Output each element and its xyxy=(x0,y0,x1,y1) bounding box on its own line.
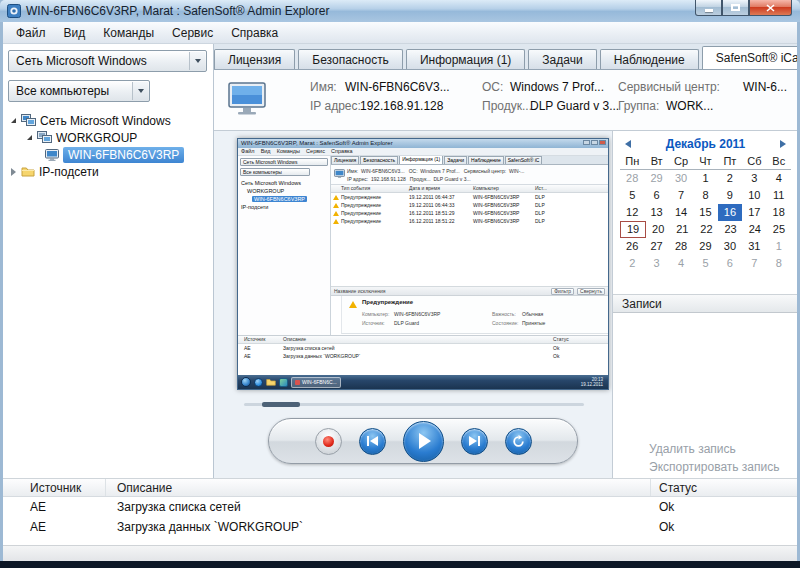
maximize-button[interactable] xyxy=(722,0,749,16)
tab-tasks[interactable]: Задачи xyxy=(528,49,596,69)
network-filter-dropdown-button[interactable] xyxy=(189,52,205,70)
preview-minimize-icon xyxy=(583,140,590,145)
preview-maximize-icon xyxy=(591,140,598,145)
log-row[interactable]: AE Загрузка данных `WORKGROUP` Ok xyxy=(3,517,797,537)
calendar-day[interactable]: 22 xyxy=(694,221,718,238)
menu-service[interactable]: Сервис xyxy=(163,23,222,43)
calendar-day[interactable]: 20 xyxy=(646,221,670,238)
calendar-day-selected[interactable]: 16 xyxy=(718,204,742,221)
calendar-day[interactable]: 8 xyxy=(693,187,717,204)
calendar-next-button[interactable] xyxy=(780,140,786,148)
start-orb-icon xyxy=(241,377,251,387)
record-button[interactable] xyxy=(315,428,342,455)
playback-slider[interactable] xyxy=(244,402,584,407)
network-filter-dropdown[interactable]: Сеть Microsoft Windows xyxy=(8,50,207,72)
calendar-day[interactable]: 25 xyxy=(767,221,791,238)
log-row[interactable]: AE Загрузка списка сетей Ok xyxy=(3,497,797,517)
calendar-day[interactable]: 4 xyxy=(767,170,791,187)
calendar-day[interactable]: 31 xyxy=(742,238,766,255)
calendar-day[interactable]: 29 xyxy=(693,238,717,255)
calendar-day[interactable]: 13 xyxy=(644,204,668,221)
preview-tab: SafenSoft® iC xyxy=(505,156,543,164)
expander-open-icon[interactable] xyxy=(27,135,32,140)
records-list[interactable] xyxy=(613,313,797,441)
log-table-header: Источник Описание Статус xyxy=(3,478,797,497)
skip-forward-button[interactable] xyxy=(461,428,488,455)
calendar-day[interactable]: 30 xyxy=(669,170,693,187)
replay-button[interactable] xyxy=(505,428,532,455)
calendar-day[interactable]: 18 xyxy=(767,204,791,221)
preview-tab: Безопасность xyxy=(360,156,398,164)
calendar-day[interactable]: 28 xyxy=(620,170,644,187)
calendar-day[interactable]: 2 xyxy=(718,170,742,187)
calendar-day[interactable]: 2 xyxy=(620,255,644,272)
preview-taskbar: WIN-6FBN6C... 20:13 19.12.2011 xyxy=(238,375,608,389)
tab-security[interactable]: Безопасность xyxy=(298,49,403,69)
preview-tree-workgroup: WORKGROUP xyxy=(238,187,330,195)
slider-progress[interactable] xyxy=(262,402,300,407)
menu-commands[interactable]: Команды xyxy=(94,23,163,43)
log-column-description[interactable]: Описание xyxy=(106,479,651,496)
calendar-day[interactable]: 23 xyxy=(719,221,743,238)
calendar-day[interactable]: 24 xyxy=(743,221,767,238)
tab-safensoft-icam[interactable]: SafenSoft® iCa xyxy=(702,46,797,70)
tree-item-label-selected: WIN-6FBN6C6V3RP xyxy=(63,147,184,163)
calendar-day[interactable]: 3 xyxy=(644,255,668,272)
tree-item-workgroup[interactable]: WORKGROUP xyxy=(3,129,213,146)
calendar-day[interactable]: 30 xyxy=(718,238,742,255)
calendar-day[interactable]: 15 xyxy=(693,204,717,221)
calendar-day[interactable]: 8 xyxy=(767,255,791,272)
calendar-day-today[interactable]: 19 xyxy=(620,221,646,238)
calendar-day[interactable]: 5 xyxy=(693,255,717,272)
delete-record-link[interactable]: Удалить запись xyxy=(649,442,780,456)
calendar-day[interactable]: 12 xyxy=(620,204,644,221)
menu-view[interactable]: Вид xyxy=(55,23,95,43)
calendar-day[interactable]: 7 xyxy=(669,187,693,204)
expander-closed-icon[interactable] xyxy=(11,168,16,176)
calendar-day[interactable]: 3 xyxy=(742,170,766,187)
calendar-day[interactable]: 21 xyxy=(670,221,694,238)
calendar-day[interactable]: 14 xyxy=(669,204,693,221)
export-record-link[interactable]: Экспортировать запись xyxy=(649,460,780,474)
preview-clock: 20:13 19.12.2011 xyxy=(581,377,605,388)
player-bar xyxy=(268,418,578,464)
calendar-day[interactable]: 6 xyxy=(644,187,668,204)
play-button[interactable] xyxy=(403,421,444,462)
calendar-day[interactable]: 26 xyxy=(620,238,644,255)
calendar-day[interactable]: 27 xyxy=(644,238,668,255)
calendar-day[interactable]: 9 xyxy=(718,187,742,204)
skip-back-button[interactable] xyxy=(359,428,386,455)
tree-item-ip-subnets[interactable]: IP-подсети xyxy=(3,163,213,180)
calendar-day[interactable]: 10 xyxy=(742,187,766,204)
computers-filter-value: Все компьютеры xyxy=(16,84,109,98)
calendar-day[interactable]: 6 xyxy=(718,255,742,272)
computers-filter-dropdown[interactable]: Все компьютеры xyxy=(8,80,150,102)
menu-help[interactable]: Справка xyxy=(222,23,287,43)
tab-information[interactable]: Информация (1) xyxy=(406,49,525,69)
log-column-source[interactable]: Источник xyxy=(3,479,106,496)
group-value: WORK... xyxy=(666,99,713,113)
tab-license[interactable]: Лицензия xyxy=(214,49,295,69)
calendar-day[interactable]: 7 xyxy=(742,255,766,272)
titlebar: WIN-6FBN6C6V3RP, Marat : SafenSoft® Admi… xyxy=(0,0,800,22)
calendar-day[interactable]: 17 xyxy=(742,204,766,221)
tab-observation[interactable]: Наблюдение xyxy=(600,49,699,69)
computers-filter-dropdown-button[interactable] xyxy=(132,82,148,100)
preview-main: Лицензия Безопасность Информация (1) Зад… xyxy=(331,156,608,335)
calendar-day[interactable]: 5 xyxy=(620,187,644,204)
calendar-day[interactable]: 1 xyxy=(767,238,791,255)
calendar-day[interactable]: 11 xyxy=(767,187,791,204)
close-button[interactable] xyxy=(749,0,792,16)
calendar-day[interactable]: 28 xyxy=(669,238,693,255)
calendar-day[interactable]: 4 xyxy=(669,255,693,272)
log-column-status[interactable]: Статус xyxy=(651,479,797,496)
expander-open-icon[interactable] xyxy=(11,118,16,123)
status-bar xyxy=(3,545,797,561)
minimize-button[interactable] xyxy=(695,0,722,16)
tree-item-network[interactable]: Сеть Microsoft Windows xyxy=(3,112,213,129)
tree-item-computer[interactable]: WIN-6FBN6C6V3RP xyxy=(3,146,213,163)
menu-file[interactable]: Файл xyxy=(7,23,55,43)
video-preview[interactable]: WIN-6FBN6C6V3RP, Marat : SafenSoft® Admi… xyxy=(237,138,609,390)
calendar-day[interactable]: 29 xyxy=(644,170,668,187)
calendar-day[interactable]: 1 xyxy=(693,170,717,187)
